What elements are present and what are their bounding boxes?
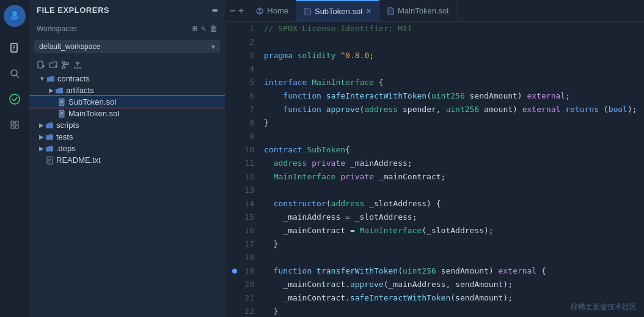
line-number: 15 (240, 211, 254, 224)
app-logo (4, 5, 26, 27)
line-number: 18 (240, 251, 254, 264)
line-number: 22 (240, 305, 254, 317)
tab-maintoken-label: MainToken.sol (398, 6, 448, 15)
zoom-out-icon[interactable]: − (230, 5, 236, 17)
upload-icon[interactable] (73, 61, 82, 69)
line-number: 3 (240, 49, 254, 62)
code-line: _mainContract.approve(_mainAddress, send… (264, 278, 644, 291)
tree-label-maintoken: MainToken.sol (68, 109, 119, 118)
line-num-row: 17 (232, 237, 257, 251)
line-num-row: 20 (232, 278, 257, 291)
tree-label-tests: tests (56, 132, 73, 141)
line-num-row: 18 (232, 251, 257, 264)
code-line: function transferWithToken(uint256 sendA… (264, 264, 644, 278)
minimize-icon[interactable]: ▬ (213, 5, 218, 15)
code-line: _mainAddress = _slotAddress; (264, 211, 644, 224)
svg-point-19 (62, 66, 65, 69)
tree-item-scripts[interactable]: ▶ scripts (29, 119, 225, 131)
editor-wrapper: − + Home SubToken.sol ✕ (225, 0, 644, 317)
tab-maintoken[interactable]: MainToken.sol (379, 0, 456, 21)
zoom-icons: − + (225, 5, 249, 17)
file-icon-readme (46, 156, 54, 165)
tab-close-subtoken[interactable]: ✕ (366, 7, 371, 15)
folder-icon-artifacts (55, 87, 64, 94)
tree-item-artifacts[interactable]: ▶ artifacts (29, 84, 225, 96)
edit-workspace-icon[interactable]: ✎ (201, 24, 206, 33)
code-line (264, 130, 644, 143)
tree-item-maintoken[interactable]: MainToken.sol (29, 108, 225, 119)
git-icon[interactable] (4, 88, 26, 110)
line-number: 11 (240, 157, 254, 170)
line-number: 6 (240, 89, 254, 103)
folder-icon-tests (45, 133, 54, 141)
chevron-right-icon-tests: ▶ (39, 133, 44, 140)
svg-line-8 (16, 75, 19, 78)
tree-item-readme[interactable]: README.txt (29, 154, 225, 166)
workspace-selector[interactable]: default_workspace ▼ (34, 40, 220, 53)
file-explorer-panel: FILE EXPLORERS ▬ Workspaces ⊞ ✎ 🗑 defaul… (29, 0, 225, 317)
line-num-row: 8 (232, 116, 257, 130)
svg-point-1 (12, 11, 17, 16)
svg-point-18 (62, 61, 65, 64)
code-area[interactable]: // SPDX-License-Identifier: MITpragma so… (259, 22, 644, 317)
code-line: _mainContract.safeInteractWithToken(send… (264, 291, 644, 305)
line-num-row: 13 (232, 184, 257, 197)
tree-item-subtoken[interactable]: SubToken.sol (29, 96, 225, 108)
workspaces-bar: Workspaces ⊞ ✎ 🗑 (29, 20, 225, 37)
tab-home[interactable]: Home (249, 0, 296, 21)
folder-icon-scripts (45, 122, 54, 129)
search-icon[interactable] (4, 62, 26, 84)
line-number: 12 (240, 170, 254, 184)
line-num-row: 16 (232, 224, 257, 237)
zoom-in-icon[interactable]: + (238, 5, 244, 17)
line-number: 10 (240, 143, 254, 157)
tree-label-contracts: contracts (57, 74, 90, 83)
new-folder-icon[interactable] (49, 61, 57, 69)
line-number: 13 (240, 184, 254, 197)
line-num-row: 11 (232, 157, 257, 170)
svg-point-9 (10, 94, 20, 104)
line-num-row: 10 (232, 143, 257, 157)
svg-point-35 (257, 12, 262, 14)
git-branch-icon[interactable] (61, 61, 70, 69)
line-number: 1 (240, 22, 254, 35)
svg-point-34 (258, 9, 261, 11)
file-tree: ▼ contracts ▶ artifacts SubToken.sol (29, 56, 225, 317)
code-line: constructor(address _slotAddress) { (264, 197, 644, 211)
code-line (264, 35, 644, 49)
tabs-bar: − + Home SubToken.sol ✕ (225, 0, 644, 22)
file-explorer-header: FILE EXPLORERS ▬ (29, 0, 225, 20)
code-line (264, 251, 644, 264)
line-number: 20 (240, 278, 254, 291)
delete-workspace-icon[interactable]: 🗑 (210, 24, 218, 33)
tree-item-deps[interactable]: ▶ .deps (29, 143, 225, 154)
editor-area: − + Home SubToken.sol ✕ (225, 0, 644, 317)
chevron-right-icon: ▶ (49, 87, 54, 94)
code-line: contract SubToken{ (264, 143, 644, 157)
line-num-row: 15 (232, 211, 257, 224)
folder-icon-deps (45, 145, 54, 152)
tree-label-scripts: scripts (56, 121, 79, 130)
file-explorer-title: FILE EXPLORERS (37, 6, 109, 15)
tree-label-artifacts: artifacts (66, 86, 94, 95)
subtoken-tab-icon (304, 8, 311, 15)
new-file-icon[interactable] (37, 61, 45, 69)
files-icon[interactable] (4, 37, 26, 59)
code-line: interface MainInterface { (264, 76, 644, 89)
line-number: 17 (240, 237, 254, 251)
tree-item-tests[interactable]: ▶ tests (29, 131, 225, 143)
line-num-row: 9 (232, 130, 257, 143)
code-line: address private _mainAddress; (264, 157, 644, 170)
tab-subtoken[interactable]: SubToken.sol ✕ (296, 0, 379, 21)
line-number: 7 (240, 103, 254, 116)
plugin-icon[interactable] (4, 114, 26, 136)
tree-label-subtoken: SubToken.sol (68, 97, 116, 106)
code-line (264, 62, 644, 76)
workspace-arrow-icon: ▼ (211, 43, 215, 50)
svg-point-2 (10, 15, 19, 20)
svg-point-7 (11, 70, 17, 76)
code-line: function approve(address spender, uint25… (264, 103, 644, 116)
tree-item-contracts[interactable]: ▼ contracts (29, 73, 225, 84)
new-workspace-icon[interactable]: ⊞ (192, 24, 197, 33)
code-line: } (264, 237, 644, 251)
